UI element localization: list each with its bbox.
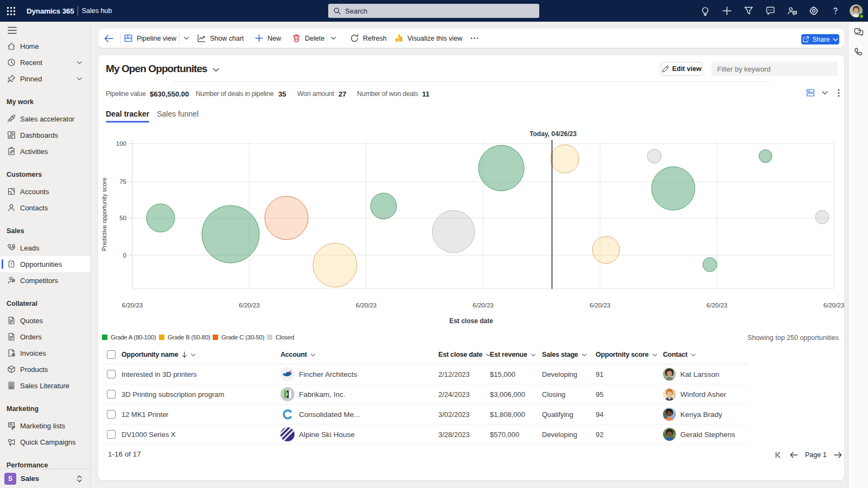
bubble-grade-A[interactable] [478, 145, 524, 191]
edit-view-button[interactable]: Edit view [661, 62, 703, 76]
bubble-grade-A[interactable] [371, 193, 397, 219]
chevron-down-icon[interactable] [183, 29, 189, 48]
sidebar-item-home[interactable]: Home [0, 38, 90, 54]
table-row[interactable]: Interested in 3D printers Fincher Archit… [105, 364, 749, 384]
area-switcher[interactable]: S Sales [0, 468, 90, 488]
row-checkbox[interactable] [107, 390, 116, 399]
sidebar-item-dashboards[interactable]: Dashboards [0, 127, 90, 143]
select-all-checkbox[interactable] [107, 350, 116, 359]
tab-sales-funnel[interactable]: Sales funnel [157, 107, 199, 123]
cell-contact[interactable]: Kenya Brady [663, 408, 722, 421]
column-header-est-revenue[interactable]: Est revenue [490, 351, 536, 358]
sidebar-item-marketing-lists[interactable]: Marketing lists [0, 418, 90, 434]
legend-grade-c-[interactable]: Grade C (30-50) [213, 334, 264, 341]
column-header-opportnity-score[interactable]: Opportnity score [596, 351, 658, 358]
previous-page-icon[interactable] [787, 448, 801, 462]
cell-contact[interactable]: Gerald Stephens [663, 428, 735, 441]
people-add-icon[interactable] [781, 0, 803, 22]
command-pipeline-view[interactable]: Pipeline view [124, 29, 176, 48]
bubble-grade-A[interactable] [703, 258, 717, 272]
bubble-grade-C[interactable] [265, 196, 308, 240]
command-show-chart[interactable]: Show chart [197, 29, 244, 48]
cell-opportunity-name[interactable]: DV1000 Series X [122, 431, 176, 439]
app-brand[interactable]: Dynamics 365 [27, 7, 74, 15]
more-options-kebab-icon[interactable] [833, 87, 845, 99]
global-search-input[interactable]: Search [328, 4, 539, 18]
table-row[interactable]: 12 MK1 Printer Consolidated Me... 3/02/2… [105, 404, 749, 425]
sidebar-item-accounts[interactable]: Accounts [0, 183, 90, 200]
plus-icon[interactable] [716, 0, 738, 22]
bubble-grade-A[interactable] [652, 167, 695, 210]
chevron-down-icon[interactable] [330, 29, 336, 48]
bubble-grade-A[interactable] [146, 204, 175, 232]
column-header-account[interactable]: Account [280, 351, 316, 358]
first-page-icon[interactable] [771, 448, 786, 462]
sidebar-item-recent[interactable]: Recent [0, 54, 90, 70]
bubble-grade-closed[interactable] [647, 149, 661, 163]
help-icon[interactable] [825, 0, 846, 22]
sidebar-item-invoices[interactable]: Invoices [0, 345, 90, 361]
bubble-grade-B[interactable] [551, 145, 579, 173]
bubble-grade-B[interactable] [592, 236, 620, 264]
column-header-sales-stage[interactable]: Sales stage [542, 351, 587, 358]
cell-account[interactable]: Consolidated Me... [280, 407, 360, 421]
cell-account[interactable]: Fabrikam, Inc. [280, 387, 346, 401]
chat-multiple-icon[interactable] [848, 23, 868, 42]
sidebar-item-opportunities[interactable]: Opportunities [0, 256, 90, 272]
user-avatar[interactable] [850, 4, 863, 17]
filter-icon[interactable] [738, 0, 760, 22]
feedback-icon[interactable] [760, 0, 781, 22]
sidebar-item-sales-literature[interactable]: Sales Literature [0, 377, 90, 394]
row-checkbox[interactable] [107, 410, 116, 419]
area-switcher-chevrons-icon[interactable] [76, 475, 82, 483]
command-new[interactable]: New [254, 29, 281, 48]
back-button[interactable] [104, 29, 113, 48]
sidebar-item-quotes[interactable]: Quotes [0, 312, 90, 329]
cell-contact[interactable]: Winford Asher [663, 388, 726, 401]
cell-contact[interactable]: Kat Larsson [663, 368, 719, 381]
column-header-est-close-date[interactable]: Est close date [438, 351, 491, 358]
phone-icon[interactable] [848, 42, 868, 62]
sidebar-item-competitors[interactable]: Competitors [0, 272, 90, 288]
legend-grade-a-[interactable]: Grade A (80-100) [102, 334, 156, 341]
deal-tracker-bubble-chart[interactable]: 10075500Today, 04/26/236/20/236/20/236/2… [98, 126, 844, 329]
bubble-grade-A[interactable] [202, 206, 259, 263]
cell-account[interactable]: Alpine Ski House [280, 427, 355, 441]
tab-deal-tracker[interactable]: Deal tracker [106, 107, 149, 123]
sidebar-item-leads[interactable]: Leads [0, 240, 90, 256]
row-checkbox[interactable] [107, 430, 116, 439]
table-row[interactable]: DV1000 Series X Alpine Ski House 3/28/20… [105, 425, 749, 445]
sidebar-item-activities[interactable]: Activities [0, 143, 90, 159]
view-selector[interactable]: My Open Opportunites [106, 63, 219, 75]
table-row[interactable]: 3D Printing subscription program Fabrika… [105, 384, 749, 404]
share-button[interactable]: Share [801, 34, 839, 44]
cell-account[interactable]: Fincher Architects [280, 367, 357, 381]
sidebar-item-orders[interactable]: Orders [0, 329, 90, 345]
legend-grade-b-[interactable]: Grade B (50-80) [159, 334, 210, 341]
row-checkbox[interactable] [107, 370, 116, 378]
sidebar-item-sales-accelerator[interactable]: Sales accelerator [0, 111, 90, 127]
sidebar-item-quick-campaigns[interactable]: Quick Campaigns [0, 434, 90, 450]
sidebar-item-pinned[interactable]: Pinned [0, 70, 90, 87]
command-refresh[interactable]: Refresh [350, 29, 387, 48]
bubble-grade-closed[interactable] [815, 210, 829, 224]
legend-closed[interactable]: Closed [267, 334, 294, 341]
cell-opportunity-name[interactable]: 12 MK1 Printer [122, 410, 169, 419]
command-visualize-this-view[interactable]: Visualize this view [394, 29, 462, 48]
column-header-contact[interactable]: Contact [663, 351, 696, 358]
sitemap-collapse-icon[interactable] [0, 23, 90, 38]
filter-by-keyword-input[interactable] [711, 62, 838, 76]
bubble-grade-B[interactable] [313, 243, 357, 287]
next-page-icon[interactable] [831, 448, 845, 462]
cell-opportunity-name[interactable]: Interested in 3D printers [122, 370, 197, 378]
view-mode-chevron-icon[interactable] [819, 87, 831, 99]
sidebar-item-contacts[interactable]: Contacts [0, 200, 90, 216]
bubble-grade-closed[interactable] [432, 210, 475, 253]
command-more-icon[interactable] [470, 29, 479, 48]
waffle-menu-icon[interactable] [0, 0, 22, 22]
command-delete[interactable]: Delete [292, 29, 324, 48]
gear-icon[interactable] [803, 0, 825, 22]
column-header-opportunity-name[interactable]: Opportunity name [122, 351, 196, 358]
cell-opportunity-name[interactable]: 3D Printing subscription program [122, 390, 224, 399]
app-name[interactable]: Sales hub [82, 7, 112, 15]
